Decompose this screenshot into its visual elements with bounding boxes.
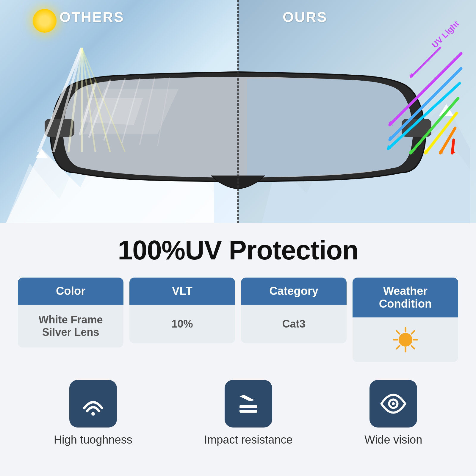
svg-line-48 — [411, 346, 414, 349]
info-section: 100%UV Protection Color White FrameSilve… — [0, 223, 476, 476]
impact-feature: Impact resistance — [204, 380, 293, 446]
uv-protection-title: 100%UV Protection — [18, 235, 458, 266]
comparison-divider — [237, 0, 239, 223]
features-section: High tuoghness Impact resistance — [18, 380, 458, 446]
category-header: Category — [241, 278, 347, 305]
sun-weather-icon — [392, 326, 419, 353]
others-label: OTHERS — [60, 9, 124, 25]
glare-rays — [30, 48, 134, 152]
weather-column: WeatherCondition — [353, 278, 458, 362]
vision-icon-box — [369, 380, 417, 428]
spec-table: Color White FrameSilver Lens VLT 10% Cat… — [18, 278, 458, 362]
toughness-label: High tuoghness — [54, 433, 132, 446]
svg-line-20 — [54, 48, 82, 152]
svg-point-55 — [392, 402, 395, 405]
vlt-value: 10% — [129, 305, 235, 343]
color-header: Color — [18, 278, 123, 305]
category-value: Cat3 — [241, 305, 347, 343]
svg-rect-52 — [239, 405, 257, 408]
category-column: Category Cat3 — [241, 278, 347, 362]
svg-point-51 — [91, 412, 95, 416]
svg-point-42 — [399, 333, 412, 346]
svg-line-24 — [82, 48, 110, 152]
vision-feature: Wide vision — [364, 380, 422, 446]
comparison-section: OTHERS OURS — [0, 0, 476, 223]
vision-label: Wide vision — [364, 433, 422, 446]
ours-label: OURS — [283, 9, 328, 25]
impact-icon-box — [225, 380, 272, 428]
weather-header: WeatherCondition — [353, 278, 458, 317]
svg-rect-53 — [239, 410, 257, 413]
impact-icon — [234, 389, 263, 419]
svg-line-26 — [411, 48, 440, 77]
sun-graphic — [33, 9, 57, 33]
toughness-icon — [78, 389, 108, 419]
toughness-icon-box — [69, 380, 117, 428]
uv-rays-graphic — [351, 30, 464, 155]
color-value: White FrameSilver Lens — [18, 305, 123, 347]
vision-icon — [378, 389, 408, 419]
toughness-feature: High tuoghness — [54, 380, 132, 446]
svg-line-30 — [390, 68, 461, 140]
svg-line-47 — [397, 331, 400, 334]
svg-line-49 — [411, 331, 414, 334]
vlt-column: VLT 10% — [129, 278, 235, 362]
color-column: Color White FrameSilver Lens — [18, 278, 123, 362]
impact-label: Impact resistance — [204, 433, 293, 446]
svg-line-50 — [397, 346, 400, 349]
weather-value — [353, 317, 458, 362]
vlt-header: VLT — [129, 278, 235, 305]
